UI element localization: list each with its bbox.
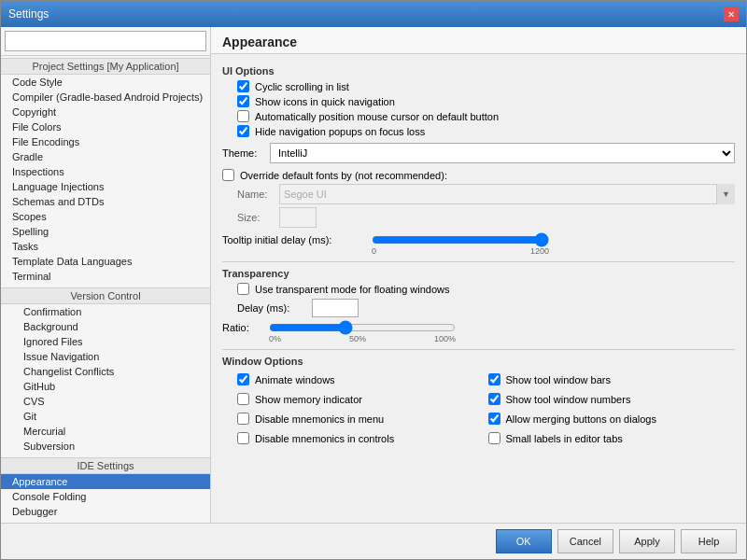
search-bar: [1, 27, 210, 56]
sidebar-item-github[interactable]: GitHub: [1, 379, 210, 394]
sidebar-item-appearance[interactable]: Appearance: [1, 474, 210, 489]
sidebar-item-background[interactable]: Background: [1, 319, 210, 334]
sidebar-item-copyright[interactable]: Copyright: [1, 105, 210, 119]
sidebar: Project Settings [My Application] Code S…: [1, 27, 211, 523]
sidebar-item-scopes[interactable]: Scopes: [1, 209, 210, 224]
checkbox-animate-windows: Animate windows: [237, 373, 485, 385]
sidebar-item-subversion[interactable]: Subversion: [1, 439, 210, 454]
sidebar-item-file-colors[interactable]: File Colors: [1, 119, 210, 134]
checkbox-hide-navigation: Hide navigation popups on focus loss: [237, 125, 735, 137]
sidebar-item-cvs[interactable]: CVS: [1, 394, 210, 409]
small-labels-checkbox[interactable]: [488, 432, 500, 444]
auto-position-label: Automatically position mouse cursor on d…: [255, 111, 499, 122]
show-memory-checkbox[interactable]: [237, 393, 249, 405]
theme-select[interactable]: IntelliJ Darcula: [270, 143, 735, 163]
animate-windows-checkbox[interactable]: [237, 373, 249, 385]
override-fonts-checkbox[interactable]: [222, 169, 234, 181]
allow-merging-buttons-checkbox[interactable]: [488, 413, 500, 425]
sidebar-item-changelist-conflicts[interactable]: Changelist Conflicts: [1, 364, 210, 379]
ratio-slider[interactable]: [269, 321, 456, 334]
tooltip-max: 1200: [530, 246, 549, 256]
show-icons-checkbox[interactable]: [237, 95, 249, 107]
cyclic-scrolling-checkbox[interactable]: [237, 80, 249, 92]
ratio-label: Ratio:: [222, 322, 269, 333]
checkbox-disable-mnemonics-menu: Disable mnemonics in menu: [237, 413, 485, 425]
font-size-row: Size: 12: [237, 207, 735, 228]
ide-section: IDE Settings Appearance Console Folding …: [1, 455, 210, 523]
sidebar-item-confirmation[interactable]: Confirmation: [1, 304, 210, 319]
ok-button[interactable]: OK: [496, 529, 552, 553]
settings-dialog: Settings ✕ Project Settings [My Applicat…: [0, 0, 747, 560]
font-name-wrapper: ▼: [279, 184, 735, 204]
close-button[interactable]: ✕: [724, 7, 739, 21]
transparency-label: Transparency: [222, 268, 735, 279]
checkbox-show-memory: Show memory indicator: [237, 393, 485, 405]
checkbox-show-tool-window-bars: Show tool window bars: [488, 373, 736, 385]
sidebar-item-inspections[interactable]: Inspections: [1, 164, 210, 179]
small-labels-label: Small labels in editor tabs: [506, 433, 623, 444]
sidebar-item-gradle[interactable]: Gradle: [1, 149, 210, 164]
transparent-mode-checkbox[interactable]: [237, 283, 249, 295]
transparent-mode-label: Use transparent mode for floating window…: [255, 284, 450, 295]
hide-navigation-label: Hide navigation popups on focus loss: [255, 126, 425, 137]
checkbox-disable-mnemonics-controls: Disable mnemonics in controls: [237, 432, 485, 444]
tooltip-slider[interactable]: [372, 233, 549, 246]
animate-windows-label: Animate windows: [255, 374, 335, 385]
show-tool-window-bars-label: Show tool window bars: [506, 374, 612, 385]
sidebar-item-issue-navigation[interactable]: Issue Navigation: [1, 349, 210, 364]
apply-button[interactable]: Apply: [619, 529, 675, 553]
font-size-input[interactable]: 12: [279, 207, 317, 228]
divider-transparency: [222, 261, 735, 262]
font-name-dropdown-icon[interactable]: ▼: [716, 184, 735, 204]
ratio-row: Ratio:: [222, 321, 735, 334]
hide-navigation-checkbox[interactable]: [237, 125, 249, 137]
sidebar-item-spelling[interactable]: Spelling: [1, 224, 210, 239]
disable-mnemonics-menu-label: Disable mnemonics in menu: [255, 413, 384, 425]
sidebar-item-file-encodings[interactable]: File Encodings: [1, 134, 210, 149]
tooltip-slider-marks: 0 1200: [372, 246, 549, 256]
bottom-bar: OK Cancel Apply Help: [1, 523, 746, 559]
sidebar-item-ignored-files[interactable]: Ignored Files: [1, 334, 210, 349]
sidebar-item-tasks[interactable]: Tasks: [1, 239, 210, 254]
auto-position-checkbox[interactable]: [237, 110, 249, 122]
title-bar: Settings ✕: [1, 1, 746, 27]
sidebar-item-terminal[interactable]: Terminal: [1, 269, 210, 284]
delay-input[interactable]: 1500: [312, 299, 359, 317]
sidebar-item-template-data-languages[interactable]: Template Data Languages: [1, 254, 210, 269]
tooltip-min: 0: [372, 246, 376, 256]
show-tool-window-numbers-label: Show tool window numbers: [506, 394, 631, 405]
ratio-mark-50: 50%: [349, 334, 366, 343]
sidebar-item-schemas-dtds[interactable]: Schemas and DTDs: [1, 194, 210, 209]
delay-label: Delay (ms):: [237, 302, 312, 314]
theme-label: Theme:: [222, 147, 264, 159]
project-section-header: Project Settings [My Application]: [1, 58, 210, 75]
cancel-button[interactable]: Cancel: [557, 529, 613, 553]
delay-row: Delay (ms): 1500: [237, 299, 735, 317]
sidebar-item-console-folding[interactable]: Console Folding: [1, 489, 210, 504]
sidebar-item-git[interactable]: Git: [1, 409, 210, 424]
sidebar-item-language-injections[interactable]: Language Injections: [1, 179, 210, 194]
override-fonts-label: Override default fonts by (not recommend…: [240, 170, 447, 181]
search-input[interactable]: [5, 31, 206, 51]
show-tool-window-bars-checkbox[interactable]: [488, 373, 500, 385]
version-control-header: Version Control: [1, 287, 210, 304]
theme-select-wrapper: IntelliJ Darcula: [270, 143, 735, 163]
ide-section-header: IDE Settings: [1, 457, 210, 474]
sidebar-item-code-style[interactable]: Code Style: [1, 75, 210, 90]
disable-mnemonics-menu-checkbox[interactable]: [237, 413, 249, 425]
override-fonts-row: Override default fonts by (not recommend…: [222, 169, 735, 181]
sidebar-item-mercurial[interactable]: Mercurial: [1, 424, 210, 439]
show-tool-window-numbers-checkbox[interactable]: [488, 393, 500, 405]
sidebar-item-debugger[interactable]: Debugger: [1, 504, 210, 519]
sidebar-item-compiler[interactable]: Compiler (Gradle-based Android Projects): [1, 90, 210, 105]
checkbox-cyclic-scrolling: Cyclic scrolling in list: [237, 80, 735, 92]
show-icons-label: Show icons in quick navigation: [255, 96, 395, 107]
disable-mnemonics-controls-checkbox[interactable]: [237, 432, 249, 444]
help-button[interactable]: Help: [681, 529, 737, 553]
allow-merging-buttons-label: Allow merging buttons on dialogs: [506, 413, 656, 425]
font-name-label: Name:: [237, 189, 279, 200]
ratio-mark-100: 100%: [434, 334, 456, 343]
disable-mnemonics-controls-label: Disable mnemonics in controls: [255, 433, 394, 444]
ui-options-label: UI Options: [222, 65, 735, 77]
font-name-input[interactable]: [279, 184, 735, 204]
